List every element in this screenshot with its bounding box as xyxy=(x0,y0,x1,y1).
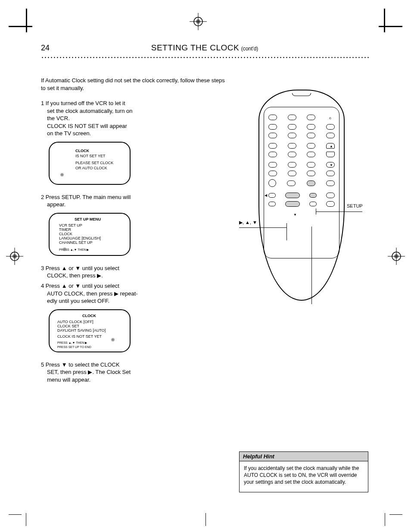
step-2: 2 Press SETUP. The main menu will appear… xyxy=(41,193,226,208)
down-arrow-icon: ▼ xyxy=(293,213,297,217)
step-3: 3 Press ▲ or ▼ until you select CLOCK, t… xyxy=(41,264,226,280)
nav-up-button xyxy=(285,193,300,198)
nav-right-button xyxy=(309,193,317,198)
ir-window-icon xyxy=(292,93,311,96)
highlight-icon: ✺ xyxy=(62,246,67,252)
remote-button xyxy=(326,193,335,198)
leader-line xyxy=(316,208,316,215)
remote-button xyxy=(326,201,335,207)
page-number: 24 xyxy=(41,44,50,53)
remote-button xyxy=(309,202,317,206)
crop-mark xyxy=(9,514,22,515)
registration-mark-icon xyxy=(6,248,23,265)
step-5: 5 Press ▼ to select the CLOCK SET, then … xyxy=(41,361,226,384)
nav-down-button xyxy=(285,201,300,207)
registration-mark-icon xyxy=(388,248,405,265)
step-1: 1 If you turned off the VCR to let it se… xyxy=(41,100,226,137)
highlight-icon: ✺ xyxy=(60,172,64,178)
leader-line xyxy=(286,223,287,240)
leader-line xyxy=(316,212,362,212)
tv-screen-1: CLOCK IS NOT SET YET PLEASE SET CLOCK OR… xyxy=(49,142,131,185)
right-column: ⎋ ▲ ▼ xyxy=(239,77,377,314)
setup-label: SETUP xyxy=(347,203,363,208)
remote-button xyxy=(307,115,315,120)
crop-mark xyxy=(379,26,402,27)
remote-button xyxy=(287,180,296,186)
remote-button xyxy=(268,115,277,120)
remote-button xyxy=(268,202,276,206)
crop-mark xyxy=(384,9,385,32)
power-icon: ⎋ xyxy=(329,116,331,120)
intro-text: If Automatic Clock setting did not set t… xyxy=(41,77,226,92)
helpful-hint-box: Helpful Hint If you accidentally set the… xyxy=(239,451,368,492)
hint-title: Helpful Hint xyxy=(240,452,368,461)
page-content: 24 SETTING THE CLOCK (cont'd) If Automat… xyxy=(41,43,370,498)
page-subtitle: (cont'd) xyxy=(241,46,258,52)
hint-body: If you accidentally set the clock manual… xyxy=(240,461,368,492)
highlight-icon: ✺ xyxy=(111,337,115,343)
remote-button xyxy=(326,180,335,186)
crop-mark xyxy=(26,9,27,32)
tv-screen-2: SET UP MENU VCR SET UP TIMER CLOCK LANGU… xyxy=(49,213,131,256)
step-4: 4 Press ▲ or ▼ until you select AUTO CLO… xyxy=(41,282,226,305)
setup-button xyxy=(307,180,315,186)
remote-illustration: ⎋ ▲ ▼ xyxy=(239,90,364,314)
crop-mark xyxy=(389,514,402,515)
crop-mark xyxy=(9,26,32,27)
leader-line xyxy=(239,227,286,228)
arrows-label: ▶, ▲, ▼ xyxy=(239,220,257,225)
left-button: ◀ xyxy=(268,193,276,198)
channel-up-button xyxy=(326,143,335,149)
tv-screen-3: CLOCK AUTO CLOCK [OFF] CLOCK SET DAYLIGH… xyxy=(49,309,131,352)
left-column: If Automatic Clock setting did not set t… xyxy=(41,77,226,386)
remote-button xyxy=(288,115,296,120)
remote-round-button xyxy=(268,179,276,187)
page-title: SETTING THE CLOCK xyxy=(151,43,240,52)
channel-down-button xyxy=(326,152,335,157)
crop-mark xyxy=(26,513,26,526)
divider-dots xyxy=(41,55,370,59)
registration-mark-icon xyxy=(190,13,207,30)
leader-line xyxy=(311,227,312,304)
crop-mark xyxy=(206,513,206,526)
crop-mark xyxy=(385,513,385,526)
